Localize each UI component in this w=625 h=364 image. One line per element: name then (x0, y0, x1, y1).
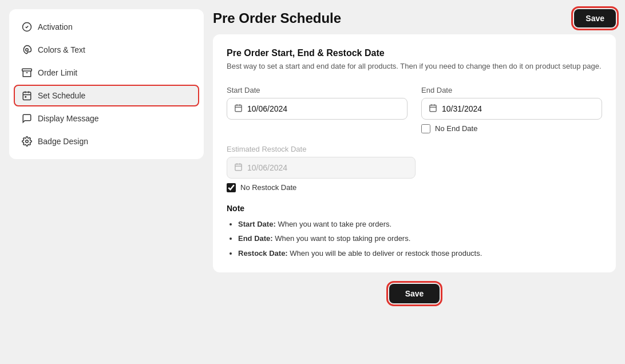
no-restock-date-label[interactable]: No Restock Date (240, 183, 296, 192)
restock-section: Estimated Restock Date 10/06/2024 (227, 145, 602, 192)
date-row: Start Date 10/06/2024 (227, 86, 602, 133)
header-row: Pre Order Schedule Save (213, 9, 616, 27)
sidebar-item-activation[interactable]: Activation (14, 16, 199, 38)
gear-icon (22, 136, 32, 147)
save-button-top[interactable]: Save (574, 9, 616, 27)
sidebar-label-colors-text: Colors & Text (38, 45, 85, 54)
sidebar-item-badge-design[interactable]: Badge Design (14, 130, 199, 152)
no-end-date-checkbox[interactable] (421, 124, 430, 133)
list-item: Restock Date: When you will be able to d… (238, 248, 602, 259)
end-date-label: End Date (421, 86, 602, 94)
start-date-value: 10/06/2024 (247, 104, 287, 113)
note-item-1-text: When you want to stop taking pre orders. (275, 234, 410, 243)
svg-point-1 (26, 49, 29, 52)
inbox-icon (22, 68, 32, 78)
svg-point-8 (25, 97, 26, 98)
note-list: Start Date: When you want to take pre or… (227, 219, 602, 259)
restock-date-value: 10/06/2024 (247, 163, 287, 172)
sidebar-label-display-message: Display Message (38, 114, 99, 123)
calendar-start-icon (234, 104, 243, 114)
note-item-2-text: When you will be able to deliver or rest… (290, 249, 482, 258)
svg-rect-2 (22, 69, 32, 71)
bottom-save-area: Save (213, 279, 616, 306)
card-subtitle: Best way to set a start and end date for… (227, 61, 602, 72)
sidebar-label-badge-design: Badge Design (38, 137, 88, 146)
save-button-bottom[interactable]: Save (389, 284, 440, 303)
note-item-2-bold: Restock Date: (238, 249, 288, 258)
calendar-restock-icon (234, 163, 243, 173)
no-end-date-label[interactable]: No End Date (435, 124, 477, 133)
no-restock-date-checkbox[interactable] (227, 183, 236, 192)
sidebar-label-activation: Activation (38, 22, 73, 31)
note-item-0-text: When you want to take pre orders. (278, 220, 391, 228)
card-title: Pre Order Start, End & Restock Date (227, 48, 602, 58)
note-title: Note (227, 204, 602, 213)
sidebar-item-order-limit[interactable]: Order Limit (14, 62, 199, 84)
svg-rect-4 (23, 92, 31, 100)
main-content: Pre Order Schedule Save Pre Order Start,… (213, 9, 616, 355)
no-end-date-row: No End Date (421, 124, 602, 133)
list-item: End Date: When you want to stop taking p… (238, 233, 602, 244)
page-title: Pre Order Schedule (213, 10, 341, 26)
check-circle-icon (22, 22, 32, 32)
no-restock-date-row: No Restock Date (227, 183, 602, 192)
calendar-icon (22, 90, 32, 101)
svg-rect-18 (235, 164, 242, 170)
sidebar-item-display-message[interactable]: Display Message (14, 108, 199, 129)
restock-date-input[interactable]: 10/06/2024 (227, 157, 416, 179)
start-date-field: Start Date 10/06/2024 (227, 86, 408, 133)
palette-icon (22, 45, 32, 55)
svg-point-9 (26, 140, 29, 143)
start-date-input[interactable]: 10/06/2024 (227, 98, 408, 120)
schedule-card: Pre Order Start, End & Restock Date Best… (213, 34, 616, 272)
end-date-input[interactable]: 10/31/2024 (421, 98, 602, 120)
start-date-label: Start Date (227, 86, 408, 94)
sidebar: Activation Colors & Text Order Limit (9, 9, 204, 159)
end-date-value: 10/31/2024 (442, 104, 482, 113)
note-item-0-bold: Start Date: (238, 220, 276, 228)
restock-date-label: Estimated Restock Date (227, 145, 602, 153)
sidebar-label-set-schedule: Set Schedule (38, 91, 85, 100)
note-item-1-bold: End Date: (238, 234, 273, 243)
sidebar-label-order-limit: Order Limit (38, 68, 77, 77)
end-date-field: End Date 10/31/2024 (421, 86, 602, 133)
sidebar-item-colors-text[interactable]: Colors & Text (14, 39, 199, 61)
list-item: Start Date: When you want to take pre or… (238, 219, 602, 230)
calendar-end-icon (429, 104, 437, 114)
message-icon (22, 113, 32, 124)
sidebar-item-set-schedule[interactable]: Set Schedule (14, 85, 199, 106)
svg-rect-14 (430, 105, 436, 111)
note-section: Note Start Date: When you want to take p… (227, 204, 602, 259)
svg-rect-10 (235, 105, 242, 111)
